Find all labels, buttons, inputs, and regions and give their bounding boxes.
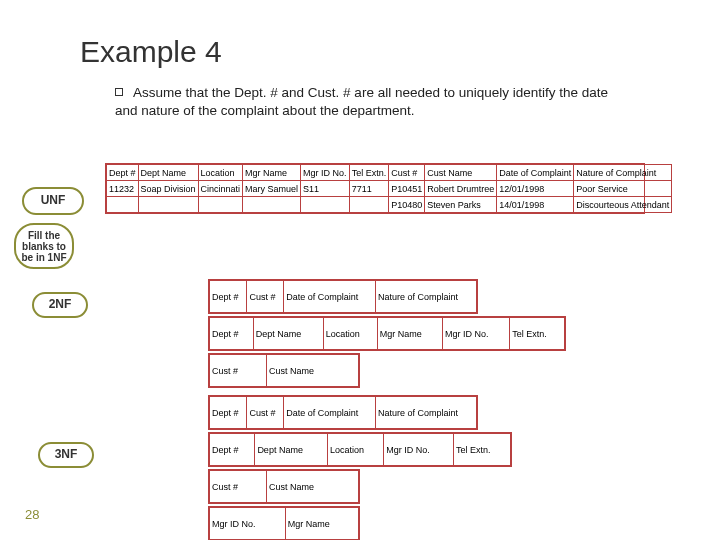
label-fill: Fill the blanks to be in 1NF <box>14 223 74 269</box>
unf-r1c3 <box>243 197 301 213</box>
unf-r0c4: S11 <box>301 181 350 197</box>
t: Cust # <box>247 281 284 313</box>
t: Cust # <box>247 397 284 429</box>
unf-h2: Location <box>198 165 243 181</box>
unf-r0c8: 12/01/1998 <box>497 181 574 197</box>
t: Mgr ID No. <box>442 318 509 350</box>
unf-r0c1: Soap Division <box>138 181 198 197</box>
table-unf: Dept # Dept Name Location Mgr Name Mgr I… <box>105 163 645 214</box>
t: Mgr Name <box>285 508 358 540</box>
label-3nf: 3NF <box>38 442 94 468</box>
unf-r0c5: 7711 <box>349 181 389 197</box>
unf-r0c6: P10451 <box>389 181 425 197</box>
unf-r1c7: Steven Parks <box>425 197 497 213</box>
unf-r1c0 <box>107 197 139 213</box>
unf-h5: Tel Extn. <box>349 165 389 181</box>
unf-h6: Cust # <box>389 165 425 181</box>
unf-h3: Mgr Name <box>243 165 301 181</box>
t: Dept Name <box>255 434 328 466</box>
unf-r1c2 <box>198 197 243 213</box>
table-2nf-3: Cust # Cust Name <box>208 353 360 388</box>
table-3nf-3: Cust # Cust Name <box>208 469 360 504</box>
page-title: Example 4 <box>80 35 670 69</box>
bullet-icon <box>115 88 123 96</box>
t: Mgr Name <box>377 318 442 350</box>
label-unf: UNF <box>22 187 84 215</box>
t: Mgr ID No. <box>210 508 286 540</box>
t: Date of Complaint <box>284 281 376 313</box>
t: Date of Complaint <box>284 397 376 429</box>
unf-h9: Nature of Complaint <box>574 165 672 181</box>
t: Cust Name <box>267 355 359 387</box>
t: Location <box>328 434 384 466</box>
t: Location <box>323 318 377 350</box>
t: Dept # <box>210 397 247 429</box>
unf-r0c9: Poor Service <box>574 181 672 197</box>
t: Dept # <box>210 318 254 350</box>
unf-h4: Mgr ID No. <box>301 165 350 181</box>
page-number: 28 <box>25 507 39 522</box>
unf-h1: Dept Name <box>138 165 198 181</box>
unf-r1c5 <box>349 197 389 213</box>
label-2nf: 2NF <box>32 292 88 318</box>
unf-r1c4 <box>301 197 350 213</box>
t: Cust # <box>210 471 267 503</box>
table-3nf-2: Dept # Dept Name Location Mgr ID No. Tel… <box>208 432 512 467</box>
t: Dept # <box>210 281 247 313</box>
table-3nf-1: Dept # Cust # Date of Complaint Nature o… <box>208 395 478 430</box>
t: Nature of Complaint <box>375 281 476 313</box>
t: Dept Name <box>253 318 323 350</box>
main-bullet: Assume that the Dept. # and Cust. # are … <box>115 84 610 120</box>
unf-r1c9: Discourteous Attendant <box>574 197 672 213</box>
table-3nf-4: Mgr ID No. Mgr Name <box>208 506 360 540</box>
unf-r0c3: Mary Samuel <box>243 181 301 197</box>
table-2nf-2: Dept # Dept Name Location Mgr Name Mgr I… <box>208 316 566 351</box>
unf-h8: Date of Complaint <box>497 165 574 181</box>
unf-r1c1 <box>138 197 198 213</box>
unf-r0c2: Cincinnati <box>198 181 243 197</box>
unf-r1c6: P10480 <box>389 197 425 213</box>
table-2nf-1: Dept # Cust # Date of Complaint Nature o… <box>208 279 478 314</box>
t: Dept # <box>210 434 255 466</box>
slide: Example 4 Assume that the Dept. # and Cu… <box>0 0 720 540</box>
unf-r0c7: Robert Drumtree <box>425 181 497 197</box>
t: Tel Extn. <box>454 434 511 466</box>
t: Tel Extn. <box>510 318 565 350</box>
t: Cust Name <box>267 471 359 503</box>
unf-h0: Dept # <box>107 165 139 181</box>
t: Mgr ID No. <box>384 434 454 466</box>
unf-h7: Cust Name <box>425 165 497 181</box>
t: Cust # <box>210 355 267 387</box>
unf-r0c0: 11232 <box>107 181 139 197</box>
bullet-text: Assume that the Dept. # and Cust. # are … <box>115 85 608 118</box>
t: Nature of Complaint <box>375 397 476 429</box>
unf-r1c8: 14/01/1998 <box>497 197 574 213</box>
